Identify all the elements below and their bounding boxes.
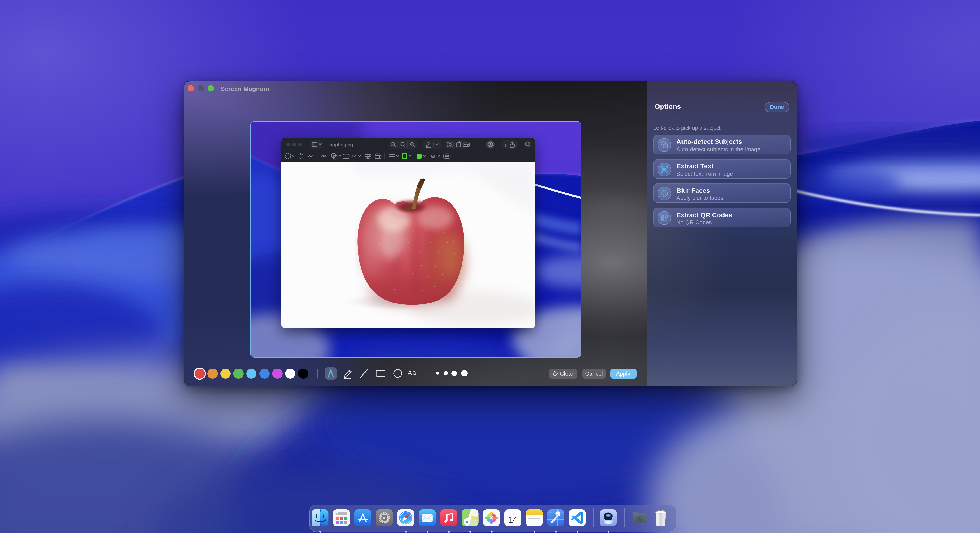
svg-text:apple.jpeg: apple.jpeg: [329, 142, 353, 148]
svg-text:±: ±: [512, 511, 514, 514]
svg-text:aa: aa: [431, 154, 436, 159]
svg-text:14: 14: [509, 515, 517, 524]
